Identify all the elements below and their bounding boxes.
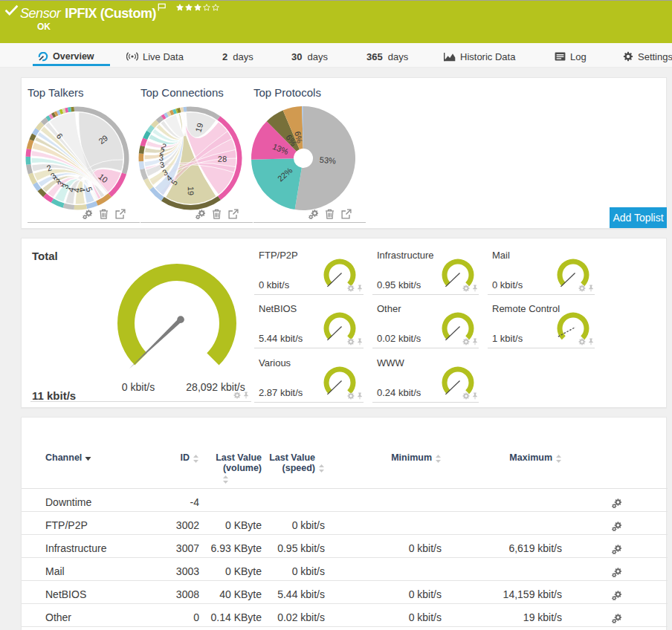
sort-icon[interactable]	[435, 453, 442, 464]
tab-days-365[interactable]: 365days	[366, 43, 408, 68]
channel-settings-gears-icon[interactable]	[612, 542, 621, 554]
gauge-pin-icon[interactable]	[357, 285, 363, 292]
gauge-settings-gear-icon[interactable]	[233, 392, 241, 399]
gauge-pin-icon[interactable]	[472, 338, 478, 345]
toplist-open-external-link-icon[interactable]	[228, 209, 239, 219]
column-header-channel[interactable]: Channel	[45, 452, 82, 463]
gauge-settings-gear-icon[interactable]	[462, 338, 470, 345]
cell-id: 0	[135, 603, 199, 626]
toplist-settings-gears-icon[interactable]	[308, 210, 318, 219]
star-empty-icon[interactable]	[212, 4, 219, 11]
cell-id: 3002	[135, 511, 199, 534]
toplist-title[interactable]: Top Protocols	[253, 86, 321, 99]
gauge-pin-icon[interactable]	[357, 392, 363, 400]
table-row-ftp-p2p[interactable]: FTP/P2P30020 KByte0 kbit/s	[22, 511, 668, 534]
table-row-netbios[interactable]: NetBIOS300840 KByte5.44 kbit/s0 kbit/s14…	[22, 580, 668, 603]
column-header-id[interactable]: ID	[181, 452, 190, 463]
cell-speed	[262, 488, 325, 511]
column-header-maximum[interactable]: Maximum	[509, 452, 552, 463]
cell-min: 0 kbit/s	[325, 603, 442, 626]
cell-min	[325, 488, 442, 511]
gauge-settings-gear-icon[interactable]	[578, 338, 586, 345]
flag-icon[interactable]	[158, 3, 167, 11]
channel-gauge-cell-ftp-p2p: FTP/P2P0 kbit/s	[254, 241, 364, 295]
tab-historic-data[interactable]: Historic Data	[444, 43, 515, 68]
table-row-infrastructure[interactable]: Infrastructure30076.93 KByte0.95 kbit/s0…	[22, 534, 668, 557]
toplist-delete-trash-icon[interactable]	[325, 209, 335, 219]
svg-text:28: 28	[218, 155, 227, 163]
gauge-pin-icon[interactable]	[357, 338, 363, 345]
add-toplist-button[interactable]: Add Toplist	[610, 207, 667, 228]
toplist-title[interactable]: Top Talkers	[28, 86, 84, 99]
cell-min	[325, 511, 442, 534]
table-row-downtime[interactable]: Downtime-4	[22, 488, 668, 511]
top-talkers-chart[interactable]: 29106544433332	[22, 103, 133, 214]
tab-settings[interactable]: Settings	[623, 43, 672, 68]
top-protocols-chart[interactable]: 53%22%13%6%6%	[248, 103, 359, 214]
table-row-other[interactable]: Other00.14 KByte0.02 kbit/s0 kbit/s19 kb…	[22, 603, 668, 626]
total-gauge-min-label: 0 kbit/s	[122, 381, 155, 393]
star-filled-icon[interactable]	[176, 4, 184, 11]
gauge-pin-icon[interactable]	[243, 392, 249, 399]
sort-icon[interactable]	[555, 453, 562, 464]
tab-days-number: 2	[222, 51, 227, 62]
channel-gauge-cell-mail: Mail0 kbit/s	[488, 241, 595, 295]
total-gauge-value: 11 kbit/s	[32, 389, 76, 402]
gauge-settings-gear-icon[interactable]	[578, 285, 586, 292]
sort-icon[interactable]	[193, 453, 199, 464]
gauge-pin-icon[interactable]	[588, 338, 594, 345]
priority-stars[interactable]	[176, 4, 219, 11]
toplist-title[interactable]: Top Connections	[140, 86, 224, 99]
channel-settings-gears-icon[interactable]	[612, 519, 621, 531]
channel-settings-gears-icon[interactable]	[612, 496, 621, 508]
cell-channel: Other	[22, 603, 135, 626]
column-header-last-value-volume[interactable]: Last Value(volume)	[216, 452, 262, 473]
star-empty-icon[interactable]	[203, 4, 210, 11]
channel-gauge-title: NetBIOS	[259, 303, 297, 314]
channel-settings-gears-icon[interactable]	[612, 565, 621, 577]
cell-channel: Downtime	[22, 488, 135, 511]
sort-desc-icon[interactable]	[85, 453, 91, 464]
gauge-settings-gear-icon[interactable]	[347, 392, 355, 400]
table-row-mail[interactable]: Mail30030 KByte0 kbit/s	[22, 557, 668, 580]
toplist-delete-trash-icon[interactable]	[99, 209, 109, 219]
cell-min: 0 kbit/s	[325, 580, 442, 603]
cell-vol: 6.93 KByte	[199, 534, 262, 557]
sort-icon[interactable]	[222, 474, 229, 484]
gauge-pin-icon[interactable]	[588, 285, 594, 292]
total-gauge-cell: Total 0 kbit/s 28,092 kbit/s 11 kbit/s	[30, 238, 251, 402]
tab-overview[interactable]: Overview	[38, 43, 94, 68]
column-header-minimum[interactable]: Minimum	[391, 452, 432, 463]
channel-gauge-title: Other	[377, 303, 401, 314]
sensor-header: SensorIPFIX (Custom) OK	[0, 0, 672, 43]
cell-speed: 0 kbit/s	[262, 557, 325, 580]
toplist-delete-trash-icon[interactable]	[212, 209, 222, 219]
toplist-settings-gears-icon[interactable]	[196, 210, 205, 219]
tab-log[interactable]: Log	[555, 43, 587, 68]
toplist-settings-gears-icon[interactable]	[83, 210, 92, 219]
gauge-settings-gear-icon[interactable]	[347, 285, 355, 292]
tab-live-data[interactable]: Live Data	[126, 43, 184, 68]
cell-id: 3003	[135, 557, 199, 580]
toplist-open-external-link-icon[interactable]	[341, 209, 352, 219]
gauge-pin-icon[interactable]	[472, 392, 478, 400]
gauge-settings-gear-icon[interactable]	[462, 392, 470, 400]
channel-gauge-value: 1 kbit/s	[492, 333, 523, 344]
channel-settings-gears-icon[interactable]	[612, 588, 621, 600]
gauge-settings-gear-icon[interactable]	[347, 338, 355, 345]
column-header-last-value-speed[interactable]: Last Value(speed)	[269, 452, 315, 473]
total-gauge-chart	[103, 249, 251, 397]
toplist-open-external-link-icon[interactable]	[115, 209, 126, 219]
channel-settings-gears-icon[interactable]	[612, 611, 621, 623]
table-header-maximum: Maximum	[442, 418, 562, 488]
star-filled-icon[interactable]	[194, 4, 201, 11]
top-connections-chart[interactable]: 1928195433322	[135, 103, 246, 214]
gauge-settings-gear-icon[interactable]	[462, 285, 470, 292]
star-filled-icon[interactable]	[185, 4, 193, 11]
table-header-minimum: Minimum	[325, 418, 442, 488]
channel-gauge-cell-remote-control: Remote Control1 kbit/s	[488, 295, 595, 348]
sort-icon[interactable]	[318, 463, 325, 473]
tab-days-30[interactable]: 30days	[291, 43, 328, 68]
tab-days-2[interactable]: 2days	[222, 43, 253, 68]
gauge-pin-icon[interactable]	[472, 285, 478, 292]
